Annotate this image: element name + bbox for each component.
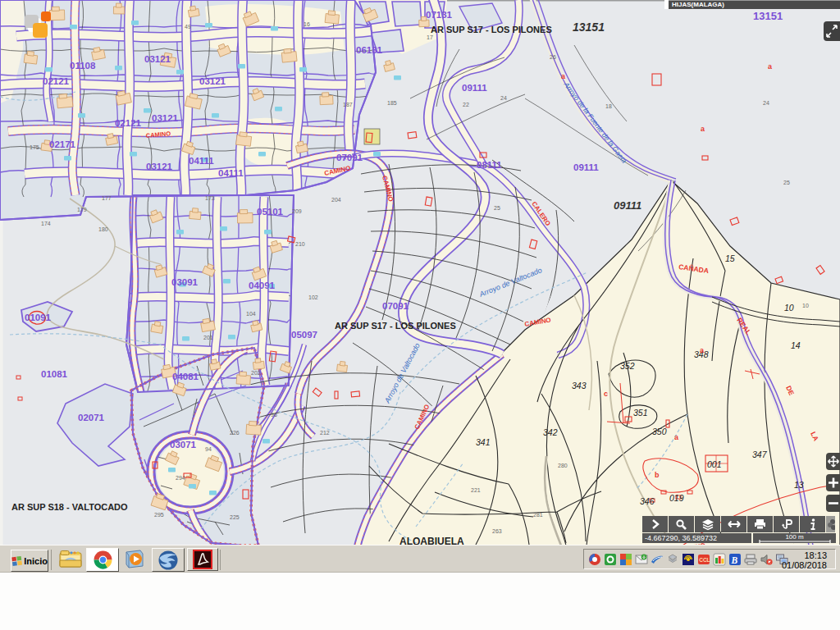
svg-text:177: 177 — [102, 195, 112, 201]
svg-text:202: 202 — [251, 370, 261, 376]
svg-text:187: 187 — [343, 102, 353, 107]
svg-text:343: 343 — [572, 381, 587, 390]
svg-text:221: 221 — [471, 487, 481, 493]
svg-text:22: 22 — [463, 102, 469, 107]
svg-text:02171: 02171 — [49, 139, 76, 149]
svg-text:13151: 13151 — [573, 21, 605, 34]
svg-text:175: 175 — [30, 144, 39, 150]
svg-text:179: 179 — [77, 207, 87, 212]
svg-text:173: 173 — [205, 195, 215, 201]
svg-text:209: 209 — [292, 208, 302, 214]
svg-text:03071: 03071 — [170, 440, 197, 450]
svg-text:09111: 09111 — [573, 162, 599, 172]
svg-text:18: 18 — [605, 103, 612, 109]
svg-text:05097: 05097 — [291, 330, 317, 340]
svg-text:AR SUP S17 - LOS PILONES: AR SUP S17 - LOS PILONES — [335, 321, 456, 331]
svg-text:226: 226 — [230, 430, 240, 436]
svg-text:04081: 04081 — [172, 372, 199, 381]
svg-text:04111: 04111 — [218, 168, 244, 178]
svg-text:351: 351 — [633, 408, 648, 418]
svg-text:05101: 05101 — [257, 207, 284, 217]
svg-text:b: b — [655, 471, 660, 479]
svg-text:09111: 09111 — [614, 199, 641, 212]
svg-text:96: 96 — [271, 412, 277, 418]
svg-text:03121: 03121 — [144, 54, 171, 64]
svg-text:13: 13 — [794, 480, 804, 490]
svg-text:225: 225 — [230, 514, 240, 520]
svg-text:c: c — [604, 390, 608, 398]
svg-text:15: 15 — [725, 253, 735, 263]
svg-text:352: 352 — [620, 361, 635, 371]
svg-text:185: 185 — [387, 100, 397, 106]
svg-text:16: 16 — [304, 21, 310, 27]
svg-text:07131: 07131 — [426, 10, 453, 20]
svg-text:02121: 02121 — [115, 118, 142, 128]
svg-text:AR SUP S18 - VALTOCADO: AR SUP S18 - VALTOCADO — [11, 502, 128, 512]
svg-text:102: 102 — [308, 294, 318, 300]
svg-text:295: 295 — [154, 512, 164, 518]
svg-text:04111: 04111 — [189, 156, 214, 166]
svg-text:019: 019 — [669, 493, 684, 503]
svg-text:03121: 03121 — [199, 76, 226, 86]
svg-text:B: B — [730, 555, 737, 564]
svg-text:342: 342 — [543, 427, 558, 437]
svg-text:10: 10 — [784, 303, 794, 313]
svg-text:07091: 07091 — [336, 153, 363, 162]
svg-text:AR SUP S17 - LOS PILONES: AR SUP S17 - LOS PILONES — [431, 25, 552, 34]
svg-text:294: 294 — [176, 475, 185, 481]
svg-text:280: 280 — [558, 463, 568, 468]
svg-text:24: 24 — [763, 100, 769, 106]
svg-text:341: 341 — [476, 437, 491, 447]
svg-text:25: 25 — [494, 205, 500, 211]
svg-text:49: 49 — [185, 24, 191, 30]
svg-text:09111: 09111 — [462, 83, 487, 93]
svg-text:03121: 03121 — [146, 162, 173, 171]
svg-text:04091: 04091 — [249, 281, 276, 290]
svg-text:26: 26 — [550, 54, 556, 60]
svg-text:13151: 13151 — [753, 10, 783, 22]
svg-text:02121: 02121 — [43, 76, 70, 86]
svg-text:24: 24 — [500, 95, 507, 101]
svg-text:10: 10 — [802, 303, 809, 308]
svg-text:03121: 03121 — [152, 113, 179, 123]
svg-text:180: 180 — [98, 226, 108, 232]
svg-text:CCL: CCL — [699, 557, 710, 563]
svg-text:104: 104 — [246, 311, 256, 317]
svg-text:94: 94 — [205, 446, 212, 452]
svg-text:01091: 01091 — [25, 313, 52, 322]
svg-text:001: 001 — [707, 459, 722, 469]
svg-text:02071: 02071 — [78, 413, 105, 422]
svg-text:212: 212 — [320, 430, 330, 436]
svg-text:06131: 06131 — [356, 45, 383, 55]
svg-text:263: 263 — [492, 528, 502, 534]
svg-text:01108: 01108 — [70, 61, 96, 71]
svg-text:201: 201 — [203, 335, 213, 340]
svg-text:07091: 07091 — [382, 301, 409, 311]
svg-text:25: 25 — [783, 180, 790, 185]
svg-text:17: 17 — [427, 34, 433, 40]
svg-text:281: 281 — [533, 512, 543, 518]
svg-text:14: 14 — [791, 340, 801, 350]
svg-text:210: 210 — [295, 241, 305, 247]
svg-text:08111: 08111 — [477, 160, 502, 170]
svg-text:350: 350 — [652, 427, 667, 436]
svg-text:347: 347 — [752, 450, 768, 459]
svg-text:346: 346 — [640, 496, 655, 506]
svg-text:174: 174 — [41, 221, 51, 226]
svg-text:204: 204 — [331, 197, 341, 203]
svg-text:03091: 03091 — [171, 277, 199, 287]
svg-text:01081: 01081 — [41, 369, 68, 379]
